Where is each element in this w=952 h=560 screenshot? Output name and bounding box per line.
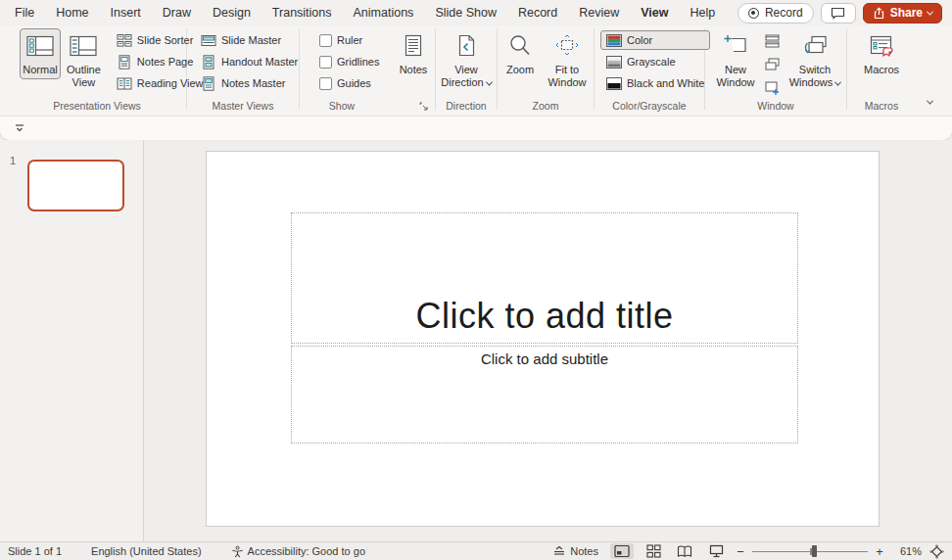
tab-help[interactable]: Help xyxy=(679,1,726,24)
share-button[interactable]: Share xyxy=(863,3,942,23)
fit-to-window-icon xyxy=(553,33,581,61)
move-split-button[interactable] xyxy=(762,78,783,98)
outline-view-button[interactable]: Outline View xyxy=(63,28,105,92)
macros-icon xyxy=(868,33,895,61)
zoom-in-button[interactable]: + xyxy=(875,544,884,559)
zoom-control: − + xyxy=(736,544,884,559)
slide-canvas[interactable]: Click to add title Click to add subtitle xyxy=(206,151,880,527)
collapse-ribbon-button[interactable] xyxy=(921,94,938,110)
normal-view-icon xyxy=(25,33,55,61)
tab-slide-show[interactable]: Slide Show xyxy=(424,1,507,24)
record-button[interactable]: Record xyxy=(738,3,814,23)
switch-windows-button[interactable]: Switch Windows xyxy=(785,28,845,92)
quick-access-toolbar xyxy=(0,116,952,140)
language-indicator[interactable]: English (United States) xyxy=(91,545,202,557)
chevron-down-icon xyxy=(926,97,932,104)
arrange-all-icon xyxy=(765,34,780,48)
notes-master-button[interactable]: Notes Master xyxy=(195,73,304,93)
ribbon: Normal Outline View Slide Sor xyxy=(0,25,952,140)
color-button[interactable]: Color xyxy=(600,30,710,50)
reading-view-status-button[interactable] xyxy=(673,543,696,559)
zoom-button[interactable]: Zoom xyxy=(500,28,541,79)
slide-master-label: Slide Master xyxy=(221,34,281,46)
zoom-out-button[interactable]: − xyxy=(736,544,745,559)
title-placeholder[interactable]: Click to add title xyxy=(291,212,798,344)
tab-home[interactable]: Home xyxy=(45,1,99,24)
slide-master-button[interactable]: Slide Master xyxy=(195,30,304,50)
notes-master-icon xyxy=(201,76,216,91)
tab-draw[interactable]: Draw xyxy=(152,1,202,24)
group-label-zoom: Zoom xyxy=(498,99,594,116)
slide-editor-area: Click to add title Click to add subtitle xyxy=(145,140,952,541)
new-window-button[interactable]: New Window xyxy=(711,28,760,92)
group-color-grayscale: Color Grayscale Black and xyxy=(595,25,704,116)
switch-windows-icon xyxy=(801,33,829,61)
zoom-icon xyxy=(507,33,533,61)
zoom-label: Zoom xyxy=(506,64,534,76)
slide-show-status-button[interactable] xyxy=(704,543,728,559)
outline-view-label: Outline View xyxy=(67,64,101,89)
grayscale-label: Grayscale xyxy=(627,56,676,68)
fit-slide-to-window-button[interactable] xyxy=(929,544,944,559)
zoom-slider[interactable] xyxy=(752,544,868,558)
share-button-label: Share xyxy=(890,6,923,20)
guides-label: Guides xyxy=(337,77,371,89)
checkbox-icon xyxy=(319,56,332,69)
share-icon xyxy=(873,7,885,20)
macros-label: Macros xyxy=(864,64,899,76)
show-dialog-launcher[interactable] xyxy=(417,100,431,114)
fit-to-window-button[interactable]: Fit to Window xyxy=(543,28,592,92)
slide-indicator[interactable]: Slide 1 of 1 xyxy=(8,545,62,557)
workspace: 1 Click to add title Click to add subtit… xyxy=(0,140,952,541)
handout-master-button[interactable]: Handout Master xyxy=(195,52,304,71)
group-label-presentation-views: Presentation Views xyxy=(8,99,186,116)
notes-button[interactable]: Notes xyxy=(394,28,433,79)
slide-sorter-icon xyxy=(117,33,132,48)
group-window: New Window xyxy=(705,25,846,116)
group-zoom: Zoom Fit to Window Zoom xyxy=(498,25,594,116)
view-direction-icon xyxy=(453,33,479,61)
chevron-down-icon xyxy=(486,79,493,86)
group-master-views: Slide Master Handout Master xyxy=(187,25,299,116)
group-label-macros: Macros xyxy=(847,99,916,116)
record-button-label: Record xyxy=(765,6,803,20)
black-and-white-button[interactable]: Black and White xyxy=(600,73,710,93)
tab-file[interactable]: File xyxy=(4,1,45,24)
subtitle-placeholder[interactable]: Click to add subtitle xyxy=(291,346,798,443)
tab-animations[interactable]: Animations xyxy=(343,1,425,24)
notes-label: Notes xyxy=(400,64,428,76)
accessibility-status[interactable]: Accessibility: Good to go xyxy=(231,545,365,558)
group-macros: Macros Macros xyxy=(847,25,916,116)
chevron-down-icon xyxy=(927,8,933,15)
tab-view[interactable]: View xyxy=(630,1,679,24)
slide-thumbnail[interactable] xyxy=(27,160,124,211)
ribbon-tabs: File Home Insert Draw Design Transitions… xyxy=(0,1,726,24)
notes-icon xyxy=(401,33,426,61)
cascade-button[interactable] xyxy=(762,55,783,74)
slide-thumbnail-panel: 1 xyxy=(0,140,144,541)
guides-checkbox[interactable]: Guides xyxy=(313,73,394,93)
arrange-all-button[interactable] xyxy=(762,31,783,51)
tab-review[interactable]: Review xyxy=(568,1,630,24)
tab-record[interactable]: Record xyxy=(507,1,568,24)
macros-button[interactable]: Macros xyxy=(856,28,907,79)
notes-toggle-button[interactable]: Notes xyxy=(548,544,602,558)
reading-view-icon xyxy=(117,76,132,91)
normal-view-button[interactable]: Normal xyxy=(20,28,61,79)
comment-icon xyxy=(831,7,845,20)
tab-transitions[interactable]: Transitions xyxy=(262,1,343,24)
ruler-checkbox[interactable]: Ruler xyxy=(313,30,394,50)
comments-button[interactable] xyxy=(821,3,856,23)
view-direction-button[interactable]: View Direction xyxy=(437,28,496,92)
tab-insert[interactable]: Insert xyxy=(100,1,152,24)
customize-quick-access-icon[interactable] xyxy=(14,123,25,133)
slide-sorter-status-button[interactable] xyxy=(642,543,665,559)
gridlines-label: Gridlines xyxy=(337,56,379,68)
gridlines-checkbox[interactable]: Gridlines xyxy=(313,52,394,71)
zoom-percentage[interactable]: 61% xyxy=(892,545,922,557)
tab-design[interactable]: Design xyxy=(202,1,262,24)
normal-view-status-button[interactable] xyxy=(610,543,634,559)
slide-master-icon xyxy=(201,33,216,48)
grayscale-button[interactable]: Grayscale xyxy=(600,52,710,71)
zoom-slider-thumb[interactable] xyxy=(812,545,817,557)
